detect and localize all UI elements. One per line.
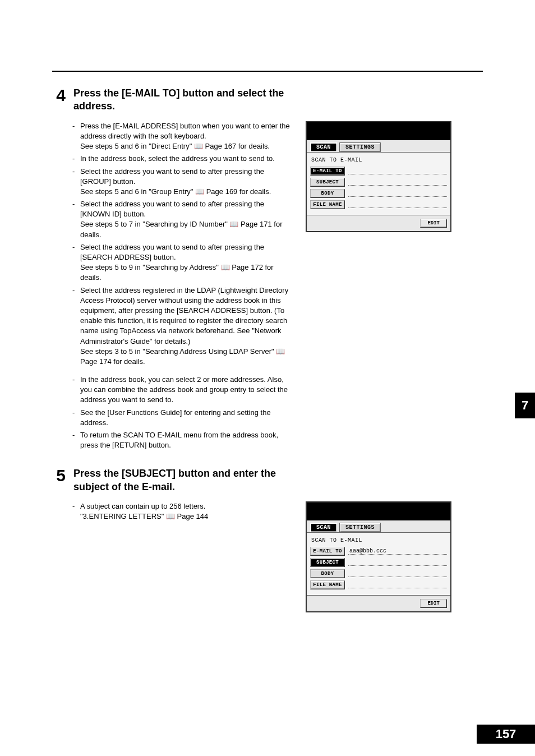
tab-scan[interactable]: SCAN [310,142,337,152]
body-button[interactable]: BODY [310,189,345,198]
screen-header: SCAN TO E-MAIL [311,537,447,543]
email-to-field: aaa@bbb.ccc [348,548,447,555]
filename-field [348,582,447,588]
filename-button[interactable]: FILE NAME [310,200,345,209]
bullet-item: Press the [E-MAIL ADDRESS] button when y… [72,121,293,152]
email-to-button[interactable]: E-MAIL TO [310,547,345,556]
body-button[interactable]: BODY [310,569,345,578]
bullet-item: A subject can contain up to 256 letters.… [72,501,293,522]
subject-field [348,179,447,186]
edit-button[interactable]: EDIT [420,219,447,228]
top-rule [52,71,483,72]
edit-button[interactable]: EDIT [420,599,447,608]
tab-scan[interactable]: SCAN [310,523,337,532]
subject-field [348,559,447,566]
step5-bullets: A subject can contain up to 256 letters.… [72,501,293,522]
chapter-tab: 7 [515,393,535,418]
filename-field [348,201,447,208]
device-screen-step5: SCAN SETTINGS SCAN TO E-MAIL E-MAIL TO a… [306,501,451,612]
bullet-item: Select the address you want to send to a… [72,167,293,197]
step-number: 4 [52,87,66,104]
subject-button[interactable]: SUBJECT [310,558,345,567]
bullet-item: Select the address registered in the LDA… [72,285,293,367]
filename-button[interactable]: FILE NAME [310,580,345,589]
bullet-item: In the address book, select the address … [72,154,293,164]
subject-button[interactable]: SUBJECT [310,178,345,187]
step4-bullets: Press the [E-MAIL ADDRESS] button when y… [72,121,293,451]
step-5: 5 Press the [SUBJECT] button and enter t… [52,467,478,612]
bullet-item: Select the address you want to send to a… [72,242,293,283]
body-field [348,570,447,577]
bullet-item: Select the address you want to send to a… [72,199,293,240]
device-screen-step4: SCAN SETTINGS SCAN TO E-MAIL E-MAIL TO S… [306,121,451,232]
body-field [348,190,447,197]
step-title: Press the [E-MAIL TO] button and select … [73,87,309,113]
tab-settings[interactable]: SETTINGS [339,142,381,152]
email-to-button[interactable]: E-MAIL TO [310,167,345,176]
bullet-item: In the address book, you can select 2 or… [72,375,293,405]
page-number: 157 [477,725,535,744]
email-to-field [348,168,447,174]
step-number: 5 [52,467,66,484]
screen-header: SCAN TO E-MAIL [311,157,447,163]
bullet-item: To return the SCAN TO E-MAIL menu from t… [72,430,293,450]
tab-settings[interactable]: SETTINGS [339,523,381,532]
step-title: Press the [SUBJECT] button and enter the… [73,467,309,494]
bullet-item: See the [User Functions Guide] for enter… [72,408,293,428]
step-4: 4 Press the [E-MAIL TO] button and selec… [52,87,478,453]
